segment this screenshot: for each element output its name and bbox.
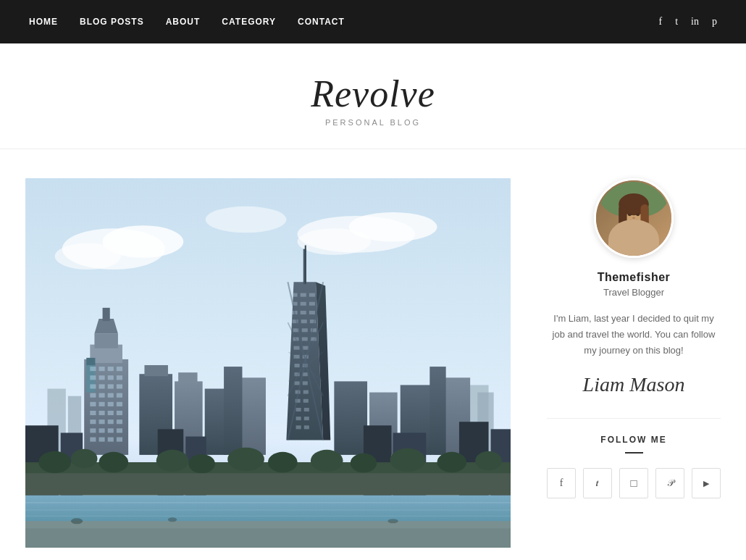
svg-point-132 <box>351 454 377 472</box>
svg-rect-154 <box>619 204 626 235</box>
svg-point-150 <box>612 232 656 256</box>
svg-rect-20 <box>301 302 306 306</box>
svg-rect-73 <box>108 375 114 380</box>
author-name: Themefisher <box>547 271 721 284</box>
svg-rect-48 <box>296 408 301 411</box>
svg-rect-72 <box>99 375 105 380</box>
nav-contact[interactable]: CONTACT <box>298 17 345 27</box>
nav-pinterest-icon[interactable]: p <box>712 16 717 28</box>
svg-rect-85 <box>108 402 114 406</box>
svg-point-151 <box>615 228 653 253</box>
svg-rect-21 <box>309 302 315 306</box>
svg-rect-77 <box>108 384 114 388</box>
svg-rect-29 <box>302 328 308 332</box>
follow-section: FOLLOW ME f 𝒕 □ 𝒫 ▶ <box>547 418 721 498</box>
svg-rect-79 <box>90 393 96 398</box>
svg-point-7 <box>206 206 287 233</box>
svg-point-128 <box>188 454 215 473</box>
svg-rect-93 <box>108 419 114 424</box>
svg-rect-101 <box>108 438 114 442</box>
svg-rect-102 <box>117 438 122 442</box>
main-nav: HOME BLOG POSTS ABOUT CATEGORY CONTACT f… <box>0 0 746 43</box>
svg-point-130 <box>268 452 298 472</box>
svg-rect-69 <box>108 367 114 371</box>
nav-linkedin-icon[interactable]: in <box>691 16 699 28</box>
nav-twitter-icon[interactable]: t <box>675 16 678 28</box>
svg-rect-100 <box>99 438 105 442</box>
nav-home[interactable]: HOME <box>29 17 58 27</box>
svg-rect-76 <box>99 384 105 388</box>
follow-pinterest-button[interactable]: 𝒫 <box>655 468 684 498</box>
svg-rect-91 <box>90 419 96 424</box>
svg-rect-70 <box>117 367 122 371</box>
svg-rect-110 <box>334 381 367 455</box>
svg-rect-83 <box>90 402 96 406</box>
nav-category[interactable]: CATEGORY <box>222 17 276 27</box>
svg-rect-74 <box>117 375 122 380</box>
svg-point-158 <box>632 217 635 220</box>
sidebar: Themefisher Travel Blogger I'm Liam, las… <box>547 178 721 548</box>
svg-rect-53 <box>304 425 309 429</box>
svg-rect-15 <box>305 246 306 284</box>
svg-rect-26 <box>301 319 307 323</box>
nav-about[interactable]: ABOUT <box>166 17 201 27</box>
svg-rect-71 <box>90 375 96 380</box>
svg-rect-49 <box>304 408 309 411</box>
site-title: Revolve <box>14 72 732 115</box>
svg-rect-32 <box>302 337 308 340</box>
svg-rect-52 <box>296 425 301 429</box>
svg-point-129 <box>227 448 264 471</box>
svg-rect-98 <box>117 428 122 432</box>
instagram-follow-icon: □ <box>630 477 637 490</box>
svg-point-131 <box>311 450 343 472</box>
svg-point-134 <box>437 452 466 472</box>
svg-rect-24 <box>309 311 315 314</box>
svg-rect-90 <box>117 411 122 415</box>
svg-rect-66 <box>86 358 95 365</box>
svg-rect-51 <box>304 417 309 420</box>
svg-point-127 <box>156 450 189 472</box>
nav-facebook-icon[interactable]: f <box>659 16 663 28</box>
svg-rect-108 <box>144 365 167 376</box>
featured-image <box>25 178 511 548</box>
svg-rect-81 <box>108 393 114 398</box>
svg-point-145 <box>387 519 398 523</box>
svg-point-143 <box>71 518 83 524</box>
svg-rect-62 <box>94 333 117 348</box>
svg-point-124 <box>38 451 71 473</box>
site-header: Revolve PERSONAL BLOG <box>0 43 746 149</box>
svg-rect-23 <box>301 311 306 314</box>
svg-rect-87 <box>90 411 96 415</box>
blog-area <box>25 178 511 548</box>
svg-rect-82 <box>117 393 122 398</box>
svg-rect-34 <box>294 346 300 350</box>
pinterest-follow-icon: 𝒫 <box>667 477 674 489</box>
svg-point-125 <box>71 449 98 468</box>
svg-point-157 <box>636 213 640 216</box>
svg-point-156 <box>628 213 632 216</box>
follow-twitter-button[interactable]: 𝒕 <box>583 468 612 498</box>
main-content: Themefisher Travel Blogger I'm Liam, las… <box>11 178 735 548</box>
svg-rect-18 <box>309 293 315 297</box>
svg-rect-45 <box>303 390 309 394</box>
follow-youtube-button[interactable]: ▶ <box>692 468 721 498</box>
svg-rect-109 <box>178 372 197 383</box>
svg-point-135 <box>475 451 502 470</box>
svg-rect-17 <box>301 293 306 297</box>
author-title: Travel Blogger <box>547 287 721 298</box>
svg-rect-114 <box>429 367 445 455</box>
svg-point-6 <box>298 228 372 255</box>
svg-rect-64 <box>103 308 110 321</box>
svg-rect-80 <box>99 393 105 398</box>
svg-rect-99 <box>90 438 96 442</box>
svg-point-144 <box>168 517 177 522</box>
svg-rect-43 <box>303 381 308 385</box>
follow-instagram-button[interactable]: □ <box>619 468 648 498</box>
svg-rect-67 <box>90 367 96 371</box>
nav-blog-posts[interactable]: BLOG POSTS <box>80 17 144 27</box>
svg-rect-88 <box>99 411 105 415</box>
svg-rect-84 <box>99 402 105 406</box>
svg-rect-89 <box>108 411 114 415</box>
nav-social-links: f t in p <box>659 16 717 28</box>
follow-facebook-button[interactable]: f <box>547 468 576 498</box>
